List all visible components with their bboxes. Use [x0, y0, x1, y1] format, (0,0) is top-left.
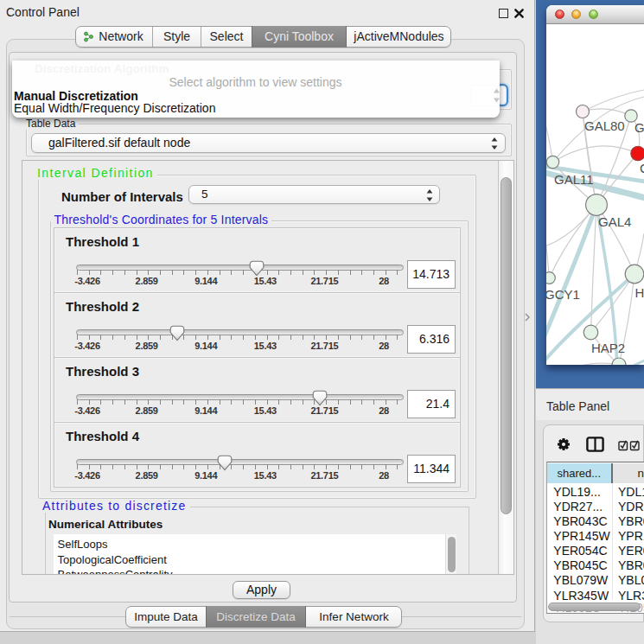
svg-text:GCY1: GCY1 [546, 287, 580, 302]
svg-text:GAL11: GAL11 [554, 172, 594, 187]
svg-text:GAL4: GAL4 [598, 214, 631, 229]
svg-text:GAL80: GAL80 [584, 118, 625, 133]
svg-text:HAP2: HAP2 [591, 341, 625, 355]
svg-text:GAL1: GAL1 [634, 120, 644, 135]
svg-text:HIS: HIS [635, 285, 644, 300]
svg-text:CY: CY [640, 161, 644, 175]
